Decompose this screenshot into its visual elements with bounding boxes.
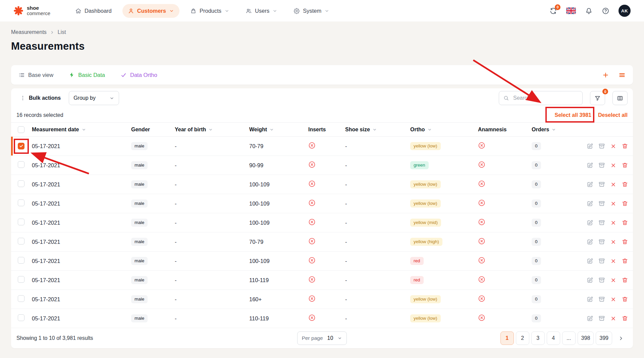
edit-button[interactable] xyxy=(587,277,593,283)
row-checkbox[interactable] xyxy=(18,219,24,225)
nav-item-users[interactable]: Users xyxy=(240,4,283,18)
avatar[interactable]: AK xyxy=(619,5,631,17)
edit-button[interactable] xyxy=(587,181,593,188)
view-tab-basic-data[interactable]: Basic Data xyxy=(69,72,105,78)
filter-button[interactable]: 0 xyxy=(590,91,605,105)
per-page-control[interactable]: Per page 10 xyxy=(297,331,347,345)
nav-item-products[interactable]: Products xyxy=(185,4,235,18)
archive-button[interactable] xyxy=(598,258,605,264)
delete-button[interactable] xyxy=(622,143,628,149)
nav-item-customers[interactable]: Customers xyxy=(122,4,179,18)
column-header[interactable]: Inserts xyxy=(308,127,345,133)
cancel-button[interactable] xyxy=(610,239,616,245)
archive-button[interactable] xyxy=(598,162,605,169)
cancel-button[interactable] xyxy=(610,162,616,169)
select-all-checkbox[interactable] xyxy=(18,126,24,133)
cancel-button[interactable] xyxy=(610,296,616,303)
delete-button[interactable] xyxy=(622,238,628,245)
archive-button[interactable] xyxy=(598,200,605,207)
archive-icon xyxy=(598,258,605,264)
nav-item-system[interactable]: System xyxy=(288,4,335,18)
edit-button[interactable] xyxy=(587,219,593,226)
column-header[interactable]: Shoe size xyxy=(345,127,410,133)
measurement-date-cell: 05-17-2021 xyxy=(32,162,131,169)
edit-button[interactable] xyxy=(587,296,593,303)
edit-button[interactable] xyxy=(587,143,593,149)
bulk-actions-button[interactable]: Bulk actions xyxy=(16,92,64,104)
delete-button[interactable] xyxy=(622,181,628,188)
column-header[interactable]: Weight xyxy=(249,127,308,133)
row-checkbox[interactable] xyxy=(18,199,24,206)
row-checkbox[interactable] xyxy=(18,276,24,283)
column-header[interactable]: Measurement date xyxy=(32,127,131,133)
row-checkbox[interactable] xyxy=(18,143,24,149)
pagination-page-button[interactable]: 398 xyxy=(578,331,594,345)
pagination-page-button[interactable]: ... xyxy=(562,331,576,345)
column-header[interactable]: Anamnesis xyxy=(478,127,532,133)
delete-button[interactable] xyxy=(622,296,628,303)
user-group-icon xyxy=(246,8,252,14)
view-tab-data-ortho[interactable]: Data Ortho xyxy=(120,72,157,78)
row-checkbox[interactable] xyxy=(18,295,24,302)
delete-button[interactable] xyxy=(622,277,628,283)
edit-button[interactable] xyxy=(587,258,593,264)
archive-button[interactable] xyxy=(598,238,605,245)
delete-button[interactable] xyxy=(622,219,628,226)
edit-button[interactable] xyxy=(587,315,593,322)
pagination-next-button[interactable] xyxy=(614,331,628,345)
pagination-page-button[interactable]: 2 xyxy=(516,331,529,345)
archive-button[interactable] xyxy=(598,277,605,283)
views-bar: Base view Basic Data Data Ortho xyxy=(11,65,633,85)
selection-links: Select all 3981 Deselect all xyxy=(555,112,628,118)
row-checkbox[interactable] xyxy=(18,180,24,187)
select-all-button[interactable]: Select all 3981 xyxy=(555,112,591,118)
group-by-select[interactable]: Group by xyxy=(69,91,119,105)
archive-button[interactable] xyxy=(598,315,605,322)
deselect-all-button[interactable]: Deselect all xyxy=(598,112,628,118)
search-input[interactable] xyxy=(513,95,578,101)
edit-button[interactable] xyxy=(587,162,593,169)
breadcrumb-item[interactable]: Measurements xyxy=(11,29,47,35)
view-options-button[interactable] xyxy=(619,72,626,79)
archive-button[interactable] xyxy=(598,296,605,303)
row-checkbox[interactable] xyxy=(18,238,24,244)
cancel-button[interactable] xyxy=(610,315,616,322)
nav-item-dashboard[interactable]: Dashboard xyxy=(70,4,117,18)
delete-button[interactable] xyxy=(622,258,628,264)
add-view-button[interactable] xyxy=(602,72,609,79)
delete-button[interactable] xyxy=(622,200,628,207)
cancel-button[interactable] xyxy=(610,181,616,188)
language-flag-button[interactable] xyxy=(566,7,576,14)
help-button[interactable] xyxy=(602,7,609,15)
archive-button[interactable] xyxy=(598,219,605,226)
sync-button[interactable]: 0 xyxy=(549,7,557,15)
pagination-page-button[interactable]: 4 xyxy=(547,331,560,345)
cancel-button[interactable] xyxy=(610,220,616,226)
view-tab-base-view[interactable]: Base view xyxy=(18,72,53,78)
row-checkbox[interactable] xyxy=(18,314,24,321)
cancel-button[interactable] xyxy=(610,258,616,264)
orders-cell: 0 xyxy=(532,257,572,265)
columns-button[interactable] xyxy=(612,91,628,105)
delete-button[interactable] xyxy=(622,315,628,322)
archive-button[interactable] xyxy=(598,181,605,188)
edit-button[interactable] xyxy=(587,238,593,245)
edit-button[interactable] xyxy=(587,200,593,207)
pagination-page-button[interactable]: 399 xyxy=(596,331,612,345)
delete-button[interactable] xyxy=(622,162,628,169)
cancel-button[interactable] xyxy=(610,200,616,207)
pagination-page-button[interactable]: 3 xyxy=(531,331,545,345)
cancel-button[interactable] xyxy=(610,143,616,149)
pagination-page-button[interactable]: 1 xyxy=(500,331,514,345)
row-checkbox[interactable] xyxy=(18,161,24,168)
archive-button[interactable] xyxy=(598,143,605,149)
column-header[interactable]: Year of birth xyxy=(175,127,249,133)
column-header[interactable]: Orders xyxy=(532,127,572,133)
notifications-button[interactable] xyxy=(585,7,593,15)
row-checkbox[interactable] xyxy=(18,257,24,264)
ortho-badge: yellow (high) xyxy=(410,238,442,246)
column-header[interactable]: Ortho xyxy=(410,127,478,133)
cancel-button[interactable] xyxy=(610,277,616,283)
logo[interactable]: shoecommerce xyxy=(13,5,50,16)
column-header[interactable]: Gender xyxy=(131,127,175,133)
